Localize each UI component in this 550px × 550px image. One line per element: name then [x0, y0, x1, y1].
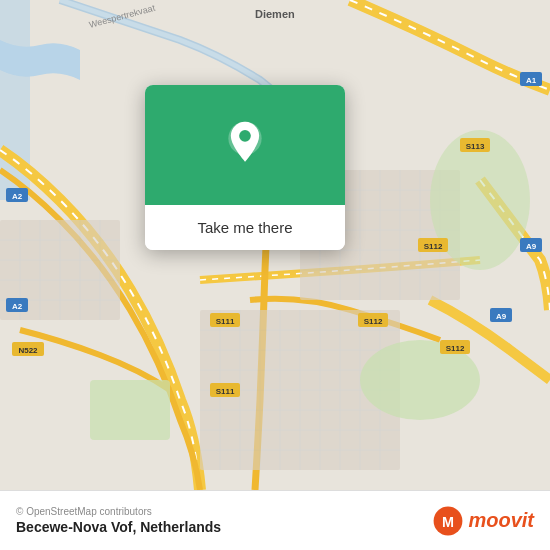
- location-pin-icon: [220, 120, 270, 170]
- svg-text:M: M: [442, 513, 454, 529]
- svg-text:S111: S111: [216, 387, 235, 396]
- copyright-text: © OpenStreetMap contributors: [16, 506, 221, 517]
- svg-text:A2: A2: [12, 192, 23, 201]
- popup-header: [145, 85, 345, 205]
- svg-text:S112: S112: [424, 242, 443, 251]
- svg-text:S112: S112: [446, 344, 465, 353]
- location-popup: Take me there: [145, 85, 345, 250]
- svg-text:A9: A9: [526, 242, 537, 251]
- svg-point-73: [239, 130, 251, 142]
- moovit-logo: M moovit: [432, 505, 534, 537]
- svg-text:S113: S113: [466, 142, 485, 151]
- moovit-brand-icon: M: [432, 505, 464, 537]
- svg-text:Diemen: Diemen: [255, 8, 295, 20]
- svg-text:S111: S111: [216, 317, 235, 326]
- take-me-there-button[interactable]: Take me there: [145, 205, 345, 250]
- moovit-text: moovit: [468, 509, 534, 532]
- svg-rect-44: [90, 380, 170, 440]
- svg-text:A1: A1: [526, 76, 537, 85]
- svg-text:N522: N522: [18, 346, 38, 355]
- footer-info: © OpenStreetMap contributors Becewe-Nova…: [16, 506, 221, 535]
- location-label: Becewe-Nova Vof, Netherlands: [16, 519, 221, 535]
- svg-text:S112: S112: [364, 317, 383, 326]
- map-container: Weespertrekvaat Diemen A2 A2 A1 A9 A9 S1…: [0, 0, 550, 490]
- footer: © OpenStreetMap contributors Becewe-Nova…: [0, 490, 550, 550]
- svg-text:A2: A2: [12, 302, 23, 311]
- svg-text:A9: A9: [496, 312, 507, 321]
